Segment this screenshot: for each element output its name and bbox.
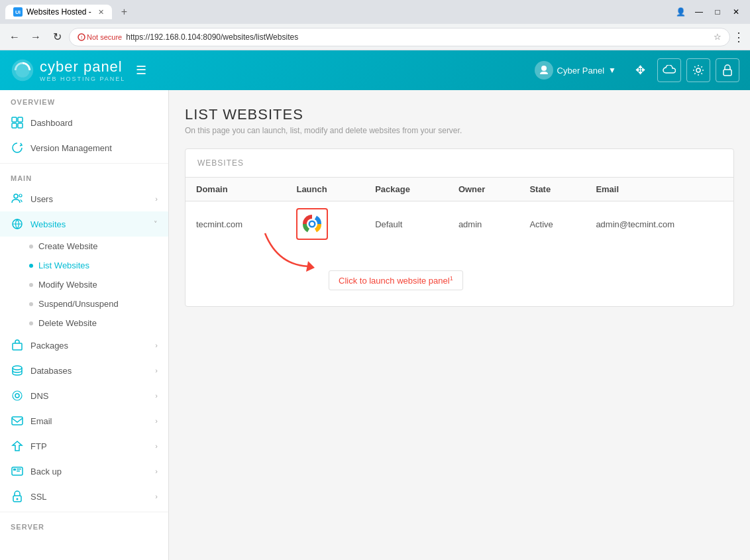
dns-icon bbox=[11, 389, 24, 402]
submenu-list-websites[interactable]: List Websites bbox=[29, 256, 168, 275]
bookmark-button[interactable]: ☆ bbox=[714, 32, 722, 42]
sidebar-item-label: Version Management bbox=[30, 143, 158, 153]
packages-icon bbox=[11, 339, 24, 352]
window-controls: 👤 — □ ✕ bbox=[672, 3, 745, 21]
arrow-icon: › bbox=[155, 195, 158, 203]
browser-tab[interactable]: UI Websites Hosted - ✕ bbox=[5, 5, 112, 19]
websites-icon bbox=[11, 217, 24, 231]
logo-name: cyber panel bbox=[40, 58, 125, 76]
cell-email: admin@tecmint.com bbox=[585, 201, 733, 247]
users-icon bbox=[11, 192, 24, 205]
browser-controls: ← → ↻ ! Not secure https://192.168.0.104… bbox=[0, 24, 750, 50]
user-dropdown-icon[interactable]: ▼ bbox=[608, 66, 616, 75]
submenu-dot bbox=[29, 245, 33, 249]
submenu-delete-website[interactable]: Delete Website bbox=[29, 313, 168, 333]
cloud-icon[interactable] bbox=[657, 58, 681, 82]
arrow-icon: › bbox=[155, 442, 158, 450]
col-domain: Domain bbox=[186, 178, 286, 201]
lock-icon[interactable] bbox=[716, 58, 739, 82]
sidebar-item-databases[interactable]: Databases › bbox=[0, 358, 168, 383]
databases-icon bbox=[11, 364, 24, 377]
sidebar-item-packages[interactable]: Packages › bbox=[0, 333, 168, 358]
sidebar-item-label: Users bbox=[30, 194, 148, 204]
pointer-arrow bbox=[252, 227, 331, 280]
svg-rect-10 bbox=[18, 123, 23, 128]
svg-rect-14 bbox=[13, 343, 22, 350]
logo-icon bbox=[11, 58, 34, 82]
ssl-icon bbox=[11, 490, 24, 503]
sidebar-item-websites[interactable]: Websites ˅ bbox=[0, 211, 168, 237]
submenu-label: Modify Website bbox=[38, 280, 97, 290]
sidebar-item-label: Email bbox=[30, 416, 148, 426]
sidebar-item-ftp[interactable]: FTP › bbox=[0, 433, 168, 459]
submenu-suspend-unsuspend[interactable]: Suspend/Unsuspend bbox=[29, 294, 168, 313]
col-owner: Owner bbox=[448, 178, 519, 201]
cell-package: Default bbox=[364, 201, 448, 247]
refresh-button[interactable]: ↻ bbox=[48, 28, 66, 46]
submenu-dot bbox=[29, 321, 33, 325]
fullscreen-icon[interactable]: ✥ bbox=[628, 58, 652, 82]
submenu-label: Suspend/Unsuspend bbox=[38, 299, 119, 309]
tab-close-button[interactable]: ✕ bbox=[98, 8, 104, 17]
sidebar-divider-2 bbox=[0, 512, 168, 512]
submenu-create-website[interactable]: Create Website bbox=[29, 237, 168, 256]
user-menu[interactable]: Cyber Panel ▼ bbox=[528, 58, 623, 82]
sidebar-collapse-button[interactable]: ☰ bbox=[136, 63, 146, 78]
sidebar-item-label: DNS bbox=[30, 391, 148, 401]
cell-owner: admin bbox=[448, 201, 519, 247]
page-subtitle: On this page you can launch, list, modif… bbox=[185, 126, 734, 135]
sidebar-item-ssl[interactable]: SSL › bbox=[0, 484, 168, 509]
svg-point-5 bbox=[696, 68, 700, 72]
websites-card: WEBSITES Domain Launch Package Owner Sta… bbox=[185, 148, 734, 307]
svg-point-15 bbox=[13, 366, 22, 370]
email-icon bbox=[11, 414, 24, 427]
sidebar-item-version[interactable]: Version Management bbox=[0, 135, 168, 160]
arrow-icon: ˅ bbox=[154, 220, 158, 229]
svg-point-28 bbox=[310, 222, 314, 226]
sidebar-item-users[interactable]: Users › bbox=[0, 186, 168, 211]
svg-rect-20 bbox=[13, 469, 16, 471]
col-package: Package bbox=[364, 178, 448, 201]
sidebar-item-label: Back up bbox=[30, 467, 148, 476]
new-tab-button[interactable]: + bbox=[116, 5, 133, 19]
back-button[interactable]: ← bbox=[5, 28, 24, 46]
svg-point-12 bbox=[19, 194, 22, 197]
sidebar-item-backup[interactable]: Back up › bbox=[0, 459, 168, 484]
logo-sub: WEB HOSTING PANEL bbox=[40, 76, 125, 82]
tab-title: Websites Hosted - bbox=[27, 7, 91, 17]
sidebar-divider bbox=[0, 163, 168, 164]
svg-rect-9 bbox=[12, 123, 17, 128]
window-maximize-button[interactable]: □ bbox=[709, 3, 726, 21]
arrow-icon: › bbox=[155, 366, 158, 374]
arrow-icon: › bbox=[155, 392, 158, 400]
window-minimize-button[interactable]: — bbox=[690, 3, 708, 21]
window-close-button[interactable]: ✕ bbox=[727, 3, 745, 21]
browser-menu-button[interactable]: ⋮ bbox=[733, 30, 745, 44]
sidebar-item-email[interactable]: Email › bbox=[0, 408, 168, 433]
tooltip-box: Click to launch website panel1 bbox=[329, 270, 463, 290]
col-launch: Launch bbox=[286, 178, 364, 201]
sidebar-item-dns[interactable]: DNS › bbox=[0, 383, 168, 408]
version-icon bbox=[11, 141, 24, 154]
forward-button[interactable]: → bbox=[27, 28, 45, 46]
svg-rect-8 bbox=[18, 117, 23, 122]
submenu-label: List Websites bbox=[38, 260, 89, 270]
submenu-dot bbox=[29, 283, 33, 287]
gear-icon[interactable] bbox=[686, 58, 710, 82]
sidebar: OVERVIEW Dashboard Version Management MA… bbox=[0, 90, 169, 560]
tooltip-area: Click to launch website panel1 bbox=[186, 247, 733, 306]
browser-titlebar: UI Websites Hosted - ✕ + 👤 — □ ✕ bbox=[0, 0, 750, 24]
submenu-modify-website[interactable]: Modify Website bbox=[29, 275, 168, 294]
tooltip-text: Click to launch website panel1 bbox=[329, 270, 463, 290]
not-secure-indicator: ! Not secure bbox=[78, 33, 122, 41]
logo-text: cyber panel WEB HOSTING PANEL bbox=[40, 58, 125, 82]
ftp-icon bbox=[11, 439, 24, 453]
window-profile-button[interactable]: 👤 bbox=[672, 3, 689, 21]
tooltip-superscript: 1 bbox=[450, 275, 453, 282]
page-title: LIST WEBSITES bbox=[185, 106, 734, 123]
sidebar-item-dashboard[interactable]: Dashboard bbox=[0, 110, 168, 135]
arrow-icon: › bbox=[155, 492, 158, 500]
topbar: cyber panel WEB HOSTING PANEL ☰ Cyber Pa… bbox=[0, 50, 750, 90]
address-bar[interactable]: ! Not secure https://192.168.0.104:8090/… bbox=[69, 28, 730, 46]
svg-rect-6 bbox=[723, 70, 731, 76]
